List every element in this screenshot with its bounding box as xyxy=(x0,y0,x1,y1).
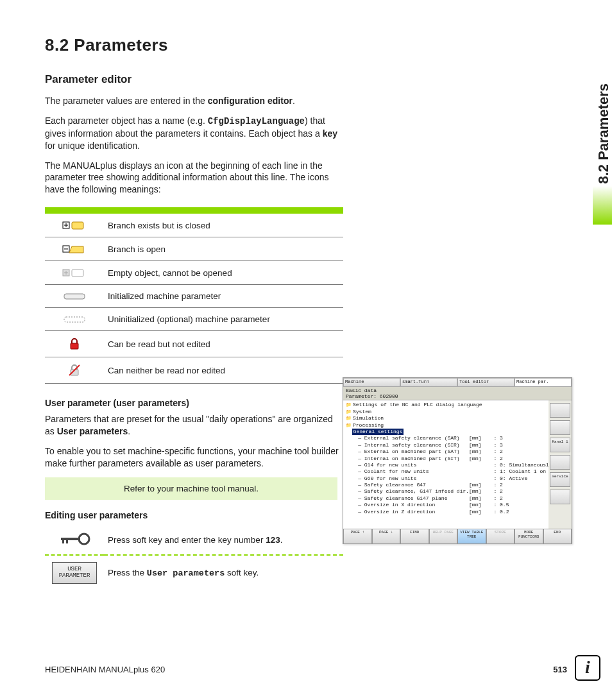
svg-rect-12 xyxy=(71,343,78,349)
step-2-text: Press the User parameters soft key. xyxy=(104,555,343,590)
icon-desc: Branch exists but is closed xyxy=(104,214,343,237)
icon-desc: Empty object, cannot be opened xyxy=(104,261,343,285)
icon-row: Can neither be read nor edited xyxy=(45,357,343,384)
para-3: The MANUALplus displays an icon at the b… xyxy=(45,160,340,196)
side-section-label: 8.2 Parameters xyxy=(595,83,612,184)
no-access-icon xyxy=(45,357,104,384)
uninit-param-icon xyxy=(45,308,104,331)
para-2a: Each parameter object has a name (e.g. xyxy=(45,115,208,126)
branch-closed-icon xyxy=(45,214,104,237)
ss-tree-folder[interactable]: Simulation xyxy=(346,415,546,422)
svg-rect-17 xyxy=(62,538,64,543)
ss-tab[interactable]: smart.Turn xyxy=(400,378,457,387)
icon-row: Uninitialized (optional) machine paramet… xyxy=(45,308,343,331)
softkey-line1: USER xyxy=(67,566,81,572)
svg-rect-9 xyxy=(72,269,83,277)
ss-softkey[interactable]: FIND xyxy=(400,529,429,544)
section-title: 8.2 Parameters xyxy=(45,35,567,55)
ss-tree-folder[interactable]: Processing xyxy=(346,422,546,429)
para-2c: for unique identification. xyxy=(45,141,140,151)
svg-rect-10 xyxy=(64,294,85,299)
icon-meaning-table: Branch exists but is closedBranch is ope… xyxy=(45,207,343,384)
footer-left: HEIDENHAIN MANUALplus 620 xyxy=(45,665,165,674)
ss-tree-param[interactable]: — Safety clearance G147 plane [mm] : 2 xyxy=(346,495,546,502)
config-editor-term: configuration editor xyxy=(208,96,293,106)
svg-rect-18 xyxy=(66,538,68,543)
icon-row: Empty object, cannot be opened xyxy=(45,261,343,285)
icon-row: Branch exists but is closed xyxy=(45,214,343,237)
user-param-p2: To enable you to set machine-specific fu… xyxy=(45,445,340,470)
ss-tree-param[interactable]: — External on machined part (SAT) [mm] :… xyxy=(346,448,546,455)
ss-side-button[interactable] xyxy=(550,420,570,435)
step-1a: Press soft key and enter the key number xyxy=(108,535,266,545)
page-footer: HEIDENHAIN MANUALplus 620 513 xyxy=(45,665,567,674)
icon-desc: Can neither be read nor edited xyxy=(104,357,343,384)
ss-tab[interactable]: Tool editor xyxy=(457,378,514,387)
step-2-code: User parameters xyxy=(147,568,225,578)
icon-desc: Initialized machine parameter xyxy=(104,285,343,308)
ss-tree-selected[interactable]: General settings xyxy=(346,429,546,435)
icon-row: Initialized machine parameter xyxy=(45,285,343,308)
ss-tree-param[interactable]: — Oversize in X direction [mm] : 0.5 xyxy=(346,502,546,508)
steps-table: Press soft key and enter the key number … xyxy=(45,525,343,590)
icon-row: Can be read but not edited xyxy=(45,331,343,357)
ss-side-button[interactable] xyxy=(550,455,570,470)
page-number: 513 xyxy=(553,665,567,674)
key-term: key xyxy=(323,128,337,139)
svg-point-15 xyxy=(79,534,89,544)
ss-side-button[interactable]: service xyxy=(550,472,570,487)
para-1a: The parameter values are entered in the xyxy=(45,96,208,106)
ss-header-1: Basic data xyxy=(346,388,569,393)
cfg-code: CfgDisplayLanguage xyxy=(208,116,305,126)
subsection-title: Parameter editor xyxy=(45,73,567,86)
step-1-text: Press soft key and enter the key number … xyxy=(104,525,343,554)
ss-tree-param[interactable]: — Coolant for new units : 1: Coolant 1 o… xyxy=(346,468,546,475)
ss-side-button[interactable] xyxy=(550,403,570,418)
ss-side-button[interactable] xyxy=(550,490,570,504)
ss-tree-folder[interactable]: System xyxy=(346,409,546,415)
ss-tree-param[interactable]: — Safety clearance G47 [mm] : 2 xyxy=(346,482,546,488)
para-2: Each parameter object has a name (e.g. C… xyxy=(45,115,340,152)
ss-softkey[interactable]: HELP PAGE xyxy=(429,529,458,544)
step-2b: soft key. xyxy=(225,568,259,577)
ss-tree-param[interactable]: — Internal on machined part (SIT) [mm] :… xyxy=(346,456,546,462)
note-box: Refer to your machine tool manual. xyxy=(45,477,337,500)
icon-desc: Uninitialized (optional) machine paramet… xyxy=(104,308,343,331)
ss-softkey[interactable]: MORE FUNCTIONS xyxy=(514,529,543,544)
info-icon: i xyxy=(575,655,600,681)
init-param-icon xyxy=(45,285,104,308)
ss-softkey[interactable]: PAGE ↑ xyxy=(343,529,372,544)
ss-softkey[interactable]: END xyxy=(543,529,572,544)
icon-desc: Branch is open xyxy=(104,237,343,261)
empty-object-icon xyxy=(45,261,104,285)
step-1-num: 123 xyxy=(266,535,280,545)
editor-screenshot: Machinesmart.TurnTool editorMachine par.… xyxy=(343,377,572,544)
ss-softkey[interactable]: VIEW TABLE TREE xyxy=(457,529,486,544)
branch-open-icon xyxy=(45,237,104,261)
ss-tree-param[interactable]: — G14 for new units : 0: Simultaneously xyxy=(346,462,546,468)
user-param-p1: Parameters that are preset for the usual… xyxy=(45,413,340,438)
ss-tab[interactable]: Machine xyxy=(343,378,400,387)
ss-tree-param[interactable]: — Safety clearance, G147 infeed dir.[mm]… xyxy=(346,488,546,495)
icon-desc: Can be read but not edited xyxy=(104,331,343,357)
ss-tree-param[interactable]: — External safety clearance (SAR) [mm] :… xyxy=(346,435,546,441)
step-2a: Press the xyxy=(108,568,147,577)
read-only-icon xyxy=(45,331,104,357)
ss-header-2: Parameter: 602000 xyxy=(346,393,569,399)
side-color-tab xyxy=(593,186,612,225)
ss-side-button[interactable]: Kanal 1 xyxy=(550,438,570,452)
softkey-line2: PARAMETER xyxy=(59,572,90,579)
ss-softkey[interactable]: STORE xyxy=(486,529,515,544)
user-param-term: User parameters xyxy=(57,426,128,436)
svg-rect-3 xyxy=(72,222,83,229)
ss-tab[interactable]: Machine par. xyxy=(514,378,572,387)
ss-tree-folder[interactable]: Settings of the NC and PLC dialog langua… xyxy=(346,402,546,408)
icon-row: Branch is open xyxy=(45,237,343,261)
ss-tree-param[interactable]: — G60 for new units : 0: Active xyxy=(346,475,546,482)
svg-rect-11 xyxy=(64,317,85,322)
user-parameter-softkey[interactable]: USER PARAMETER xyxy=(52,562,97,584)
ss-tree-param[interactable]: — Oversize in Z direction [mm] : 0.2 xyxy=(346,509,546,515)
ss-softkey[interactable]: PAGE ↓ xyxy=(372,529,401,544)
para-1: The parameter values are entered in the … xyxy=(45,95,340,107)
ss-tree-param[interactable]: — Internal safety clearance (SIR) [mm] :… xyxy=(346,442,546,448)
